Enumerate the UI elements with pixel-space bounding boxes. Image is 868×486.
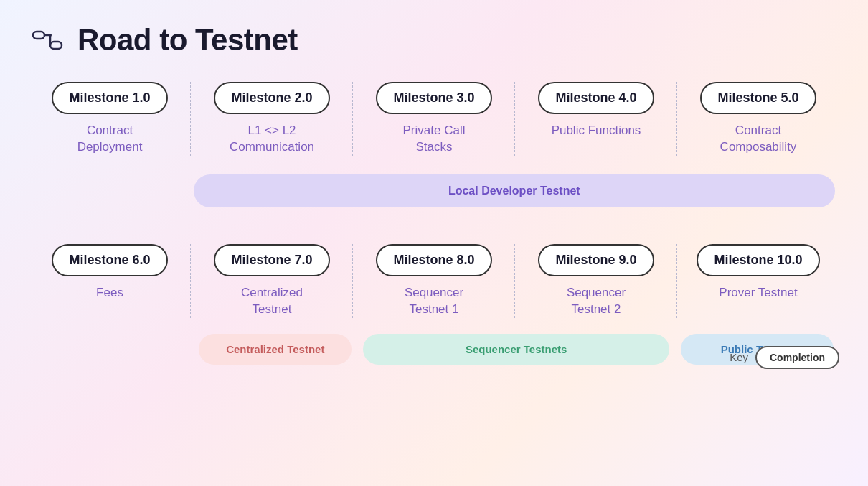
band-cell-empty-1 <box>29 331 193 368</box>
bottom-bands-row: Centralized Testnet Sequencer Testnets P… <box>29 331 839 368</box>
milestone-6-label: Fees <box>96 285 123 302</box>
milestone-col-4: Milestone 4.0 Public Functions <box>515 82 677 156</box>
milestone-7-badge: Milestone 7.0 <box>214 244 329 276</box>
milestone-10-badge: Milestone 10.0 <box>697 244 819 276</box>
local-dev-band-row: Local Developer Testnet <box>29 167 839 215</box>
milestone-col-7: Milestone 7.0 CentralizedTestnet <box>191 244 353 318</box>
band-cell-sequencer: Sequencer Testnets <box>357 331 674 368</box>
milestone-5-label: ContractComposability <box>720 123 797 156</box>
milestone-col-5: Milestone 5.0 ContractComposability <box>677 82 839 156</box>
milestone-9-label: SequencerTestnet 2 <box>567 285 626 318</box>
milestone-5-badge: Milestone 5.0 <box>700 82 816 114</box>
svg-rect-1 <box>50 42 62 49</box>
milestone-8-badge: Milestone 8.0 <box>376 244 491 276</box>
milestone-3-badge: Milestone 3.0 <box>376 82 491 114</box>
centralized-testnet-band: Centralized Testnet <box>199 334 352 365</box>
milestone-1-badge: Milestone 1.0 <box>52 82 167 114</box>
band-cell-centralized: Centralized Testnet <box>193 331 357 368</box>
milestone-8-label: SequencerTestnet 1 <box>405 285 463 318</box>
milestone-9-badge: Milestone 9.0 <box>538 244 654 276</box>
top-milestones-row: Milestone 1.0 ContractDeployment Milesto… <box>29 82 839 156</box>
local-dev-testnet-band: Local Developer Testnet <box>194 174 835 207</box>
key-label: Key <box>730 351 748 363</box>
key-completion-pill: Completion <box>755 346 839 369</box>
milestone-col-6: Milestone 6.0 Fees <box>29 244 191 318</box>
milestone-3-label: Private CallStacks <box>403 123 466 156</box>
milestone-col-9: Milestone 9.0 SequencerTestnet 2 <box>515 244 677 318</box>
page-container: Road to Testnet Milestone 1.0 ContractDe… <box>0 0 868 389</box>
milestone-col-8: Milestone 8.0 SequencerTestnet 1 <box>353 244 515 318</box>
svg-point-2 <box>49 34 52 37</box>
milestone-1-label: ContractDeployment <box>77 123 143 156</box>
milestone-col-3: Milestone 3.0 Private CallStacks <box>353 82 515 156</box>
milestone-col-1: Milestone 1.0 ContractDeployment <box>29 82 191 156</box>
roadmap-icon <box>29 22 66 59</box>
milestone-4-label: Public Functions <box>552 123 641 139</box>
milestone-6-badge: Milestone 6.0 <box>52 244 167 276</box>
milestone-col-10: Milestone 10.0 Prover Testnet <box>677 244 839 318</box>
page-header: Road to Testnet <box>29 22 839 59</box>
sequencer-testnets-band: Sequencer Testnets <box>363 334 669 365</box>
milestone-4-badge: Milestone 4.0 <box>538 82 654 114</box>
row-divider <box>29 228 839 228</box>
bottom-milestones-row: Milestone 6.0 Fees Milestone 7.0 Central… <box>29 244 839 318</box>
milestone-2-label: L1 <> L2Communication <box>230 123 314 156</box>
milestone-7-label: CentralizedTestnet <box>241 285 303 318</box>
milestone-10-label: Prover Testnet <box>719 285 797 302</box>
svg-rect-0 <box>33 32 44 39</box>
page-title: Road to Testnet <box>77 23 298 57</box>
key-area: Key Completion <box>730 346 839 369</box>
milestone-col-2: Milestone 2.0 L1 <> L2Communication <box>191 82 353 156</box>
milestone-2-badge: Milestone 2.0 <box>214 82 329 114</box>
